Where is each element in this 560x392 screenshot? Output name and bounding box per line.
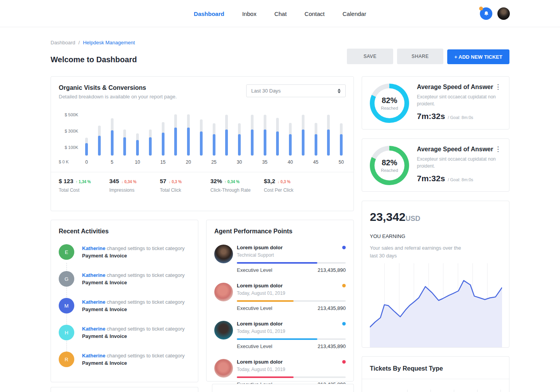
kpi-stat: 32%↑ 0,34 %Click-Through Rate bbox=[210, 178, 250, 193]
tickets-chart-gridline bbox=[500, 390, 501, 392]
agent-item[interactable]: Lorem ipsum dolorToday, August 01, 2019E… bbox=[214, 359, 346, 387]
agent-avatar bbox=[214, 245, 233, 263]
save-button[interactable]: SAVE bbox=[347, 49, 393, 64]
bar-value-segment bbox=[327, 130, 330, 156]
agent-name: Lorem ipsum dolor bbox=[237, 359, 283, 365]
bar-value-segment bbox=[187, 128, 190, 156]
y-axis-zero-label: $ 0 K bbox=[59, 159, 69, 164]
kpi-delta: ↑ 0,34 % bbox=[224, 180, 240, 184]
speed-card-title: Average Speed of Answer bbox=[417, 84, 501, 91]
activity-text: Katherine changed settings to ticket cat… bbox=[82, 352, 185, 367]
speed-time-row: 7m:32s/ Goal: 8m:0s bbox=[417, 112, 501, 121]
agent-item[interactable]: Lorem ipsum dolorTechnical SupportExecut… bbox=[214, 245, 346, 273]
organic-card-heading: Organic Visits & Conversions Detailed br… bbox=[59, 84, 177, 100]
activity-target: Payment & Invoice bbox=[82, 306, 185, 313]
share-button[interactable]: SHARE bbox=[397, 49, 443, 64]
kpi-stat-top: 57↓ 0,3 % bbox=[160, 178, 197, 184]
nav-item-chat[interactable]: Chat bbox=[274, 10, 287, 17]
user-avatar[interactable] bbox=[497, 7, 510, 20]
agent-name: Lorem ipsum dolor bbox=[237, 321, 283, 327]
x-axis-label: 0 bbox=[85, 159, 88, 165]
agent-meta-row: Executive Level213,435,890 bbox=[237, 305, 346, 311]
x-axis-label: 25 bbox=[211, 159, 216, 165]
period-select[interactable]: Last 30 Days bbox=[246, 84, 346, 97]
agent-status-dot bbox=[342, 322, 346, 326]
activity-actor[interactable]: Katherine bbox=[82, 326, 105, 332]
average-speed-card: 82%ReachedAverage Speed of Answer⋮Except… bbox=[362, 138, 509, 192]
y-axis-label: $ 300K bbox=[65, 129, 78, 133]
bar-value-segment bbox=[200, 131, 203, 156]
tickets-card-header: Tickets By Request Type bbox=[362, 357, 509, 379]
activity-actor[interactable]: Katherine bbox=[82, 245, 105, 251]
nav-item-contact[interactable]: Contact bbox=[304, 10, 325, 17]
earnings-amount-row: 23,342 USD bbox=[370, 210, 501, 224]
bottom-row: Recent Activities EKatherine changed set… bbox=[51, 220, 354, 382]
nav-item-inbox[interactable]: Inbox bbox=[242, 10, 257, 17]
agent-points-value: 213,435,890 bbox=[318, 267, 346, 273]
agent-top-row: Lorem ipsum dolor bbox=[237, 245, 346, 250]
x-axis-label: 45 bbox=[313, 159, 318, 165]
agent-status-dot bbox=[342, 284, 346, 287]
partial-card-right bbox=[212, 384, 354, 392]
kpi-label: Impressions bbox=[109, 187, 147, 193]
breadcrumb-separator: / bbox=[79, 40, 80, 46]
bar-value-segment bbox=[136, 140, 139, 156]
notifications-button[interactable] bbox=[480, 7, 492, 20]
speed-card-body: Average Speed of Answer⋮Excepteur sint o… bbox=[417, 146, 501, 184]
y-axis-label: $ 500K bbox=[65, 112, 78, 117]
kpi-value: 57 bbox=[160, 178, 166, 184]
agent-top-row: Lorem ipsum dolor bbox=[237, 359, 346, 365]
agent-body: Lorem ipsum dolorToday, August 01, 2019E… bbox=[237, 359, 346, 387]
kpi-label: Click-Through Rate bbox=[210, 187, 250, 193]
bar-value-segment bbox=[213, 134, 215, 156]
kpi-value: 345 bbox=[109, 178, 119, 184]
donut-chart: 82%Reached bbox=[370, 146, 409, 185]
nav-item-dashboard[interactable]: Dashboard bbox=[194, 10, 224, 17]
earnings-line-chart bbox=[370, 263, 502, 348]
kpi-label: Total Click bbox=[160, 187, 197, 193]
bar-value-segment bbox=[174, 128, 177, 156]
donut-caption: Reached bbox=[381, 168, 398, 173]
bar-value-segment bbox=[340, 134, 343, 156]
activity-item[interactable]: MKatherine changed settings to ticket ca… bbox=[59, 298, 190, 313]
agent-progress-track bbox=[237, 338, 346, 340]
x-axis-label: 50 bbox=[339, 159, 344, 165]
x-axis-label: 5 bbox=[111, 159, 114, 165]
agent-list: Lorem ipsum dolorTechnical SupportExecut… bbox=[214, 245, 346, 387]
add-new-ticket-button[interactable]: + ADD NEW TICKET bbox=[447, 49, 509, 64]
activity-avatar: R bbox=[59, 352, 74, 367]
activity-actor[interactable]: Katherine bbox=[82, 272, 105, 278]
activity-item[interactable]: EKatherine changed settings to ticket ca… bbox=[59, 244, 190, 260]
page-title: Welcome to Dashboard bbox=[51, 55, 137, 64]
agent-top-row: Lorem ipsum dolor bbox=[237, 283, 346, 289]
area-fill bbox=[370, 280, 502, 348]
activity-actor[interactable]: Katherine bbox=[82, 353, 105, 359]
agent-subtitle: Today, August 01, 2019 bbox=[237, 329, 346, 334]
kpi-stat-top: $ 123↑ 1,34 % bbox=[59, 178, 96, 184]
bar-value-segment bbox=[289, 134, 292, 156]
nav-item-calendar[interactable]: Calendar bbox=[343, 10, 366, 17]
agent-name: Lorem ipsum dolor bbox=[237, 283, 283, 289]
organic-card-title: Organic Visits & Conversions bbox=[59, 84, 177, 91]
kebab-menu-icon[interactable]: ⋮ bbox=[492, 145, 504, 153]
x-axis-label: 15 bbox=[160, 159, 165, 165]
breadcrumb-current[interactable]: Helpdesk Management bbox=[83, 40, 135, 46]
agent-item[interactable]: Lorem ipsum dolorToday, August 01, 2019E… bbox=[214, 283, 346, 311]
kebab-menu-icon[interactable]: ⋮ bbox=[492, 83, 504, 91]
donut-percent: 82% bbox=[382, 158, 397, 167]
activity-item[interactable]: RKatherine changed settings to ticket ca… bbox=[59, 352, 190, 367]
activity-item[interactable]: HKatherine changed settings to ticket ca… bbox=[59, 325, 190, 340]
agent-progress-track bbox=[237, 262, 346, 264]
earnings-description: Your sales and referral earnings over th… bbox=[370, 244, 467, 259]
agent-item[interactable]: Lorem ipsum dolorToday, August 01, 2019E… bbox=[214, 321, 346, 349]
activity-actor[interactable]: Katherine bbox=[82, 299, 105, 305]
kpi-delta: ↓ 0,3 % bbox=[169, 180, 182, 184]
tickets-chart-gridline bbox=[454, 390, 454, 392]
x-axis-label: 35 bbox=[262, 159, 267, 165]
kpi-value: $3,2 bbox=[264, 178, 275, 184]
activity-target: Payment & Invoice bbox=[82, 333, 185, 340]
activity-item[interactable]: GKatherine changed settings to ticket ca… bbox=[59, 271, 190, 287]
kpi-stat-top: 32%↑ 0,34 % bbox=[210, 178, 250, 184]
breadcrumb-parent[interactable]: Dashboard bbox=[51, 40, 75, 46]
bar-value-segment bbox=[111, 130, 114, 156]
